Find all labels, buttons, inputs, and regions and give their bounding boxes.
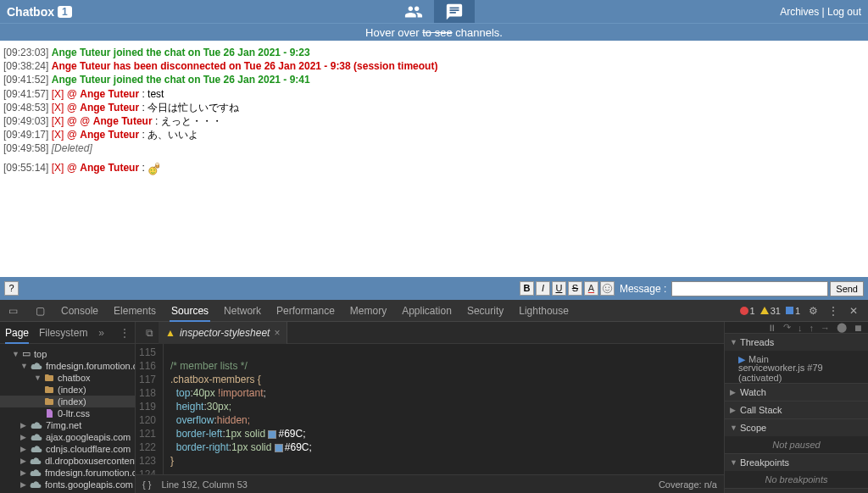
delete-message-button[interactable]: [X] (52, 129, 64, 141)
tree-domain[interactable]: ▶fmdesign.forumotion.com (0, 467, 135, 479)
chatbox-title: Chatbox 1 (7, 5, 72, 19)
users-tab-button[interactable] (393, 0, 434, 23)
tab-performance[interactable]: Performance (275, 300, 337, 322)
username-link[interactable]: Ange Tuteur (93, 115, 153, 127)
archives-link[interactable]: Archives (780, 6, 819, 18)
tree-domain[interactable]: ▶fonts.googleapis.com (0, 479, 135, 490)
tree-domain[interactable]: ▶cdnjs.cloudflare.com (0, 443, 135, 455)
file-tree[interactable]: ▼▭ top ▼fmdesign.forumotion.com ▼chatbox… (0, 344, 135, 493)
svg-rect-4 (156, 163, 159, 164)
chat-tab-button[interactable] (434, 0, 475, 23)
editor-status-bar: { } Line 192, Column 53 Coverage: n/a (136, 474, 724, 493)
underline-button[interactable]: U (552, 281, 566, 296)
deactivate-bp-icon[interactable]: ⬤ (837, 322, 847, 333)
step-out-icon[interactable]: ↑ (810, 323, 815, 333)
italic-button[interactable]: I (536, 281, 550, 296)
logout-link[interactable]: Log out (827, 6, 861, 18)
threads-pane-header[interactable]: ▼Threads (725, 334, 868, 351)
source-file-tab[interactable]: ▲ inspector-stylesheet × (159, 322, 287, 344)
warning-icon (760, 307, 769, 314)
tab-security[interactable]: Security (465, 300, 505, 322)
members-bar[interactable]: Hover over to see channels. (0, 23, 868, 41)
nav-tab-filesystem[interactable]: Filesystem (39, 322, 87, 344)
inspect-icon[interactable]: ▭ (5, 303, 20, 319)
tree-file-selected[interactable]: (index) (0, 396, 135, 407)
chat-message-line: [09:41:57] [X] @ Ange Tuteur : test (3, 87, 865, 101)
chat-icon (445, 3, 464, 21)
chat-message-line: [09:55:14] [X] @ Ange Tuteur : (3, 161, 865, 176)
tab-sources[interactable]: Sources (170, 300, 210, 322)
nav-tab-page[interactable]: Page (5, 322, 29, 344)
system-disconnect-line: [09:38:24] Ange Tuteur has been disconne… (3, 59, 865, 73)
bold-button[interactable]: B (520, 281, 534, 296)
tree-domain[interactable]: ▶dl.dropboxusercontent.com (0, 455, 135, 467)
tab-console[interactable]: Console (59, 300, 100, 322)
step-into-icon[interactable]: ↓ (798, 323, 803, 333)
tab-lighthouse[interactable]: Lighthouse (517, 300, 570, 322)
watch-pane-header[interactable]: ▶Watch (725, 384, 868, 401)
delete-message-button[interactable]: [X] (52, 102, 64, 114)
sources-navigator: Page Filesystem » ⋮ ▼▭ top ▼fmdesign.for… (0, 322, 136, 493)
format-icon[interactable]: { } (142, 479, 151, 490)
chat-message-line: [09:49:03] [X] @ @ Ange Tuteur : えっと・・・ (3, 114, 865, 128)
chatbox-header: Chatbox 1 Archives | Log out (0, 0, 868, 23)
username-link[interactable]: Ange Tuteur (80, 102, 139, 114)
devtools: ▭ ▢ Console Elements Sources Network Per… (0, 300, 868, 493)
chat-log[interactable]: [09:23:03] Ange Tuteur joined the chat o… (0, 41, 868, 277)
step-over-icon[interactable]: ↷ (783, 322, 791, 333)
pause-on-exc-icon[interactable]: ⏹ (854, 323, 863, 333)
nav-more-icon[interactable]: » (98, 327, 104, 339)
tree-domain[interactable]: ▶ajax.googleapis.com (0, 431, 135, 443)
help-button[interactable]: ? (4, 281, 19, 296)
breakpoints-pane-header[interactable]: ▼Breakpoints (725, 454, 868, 471)
color-button[interactable]: A (584, 281, 598, 296)
not-paused-text: Not paused (725, 436, 868, 453)
delete-message-button[interactable]: [X] (52, 162, 64, 174)
pause-icon[interactable]: ⏸ (767, 323, 776, 333)
device-toggle-icon[interactable]: ▢ (32, 303, 47, 319)
code-lines[interactable]: /* member lists */ .chatbox-members { to… (164, 344, 367, 474)
delete-message-button[interactable]: [X] (52, 115, 64, 127)
username-link[interactable]: Ange Tuteur (80, 162, 139, 174)
tree-folder[interactable]: ▼chatbox (0, 372, 135, 384)
thread-sw[interactable]: serviceworker.js #79 (activated) (738, 366, 863, 379)
message-input[interactable] (671, 281, 828, 296)
error-icon (740, 307, 748, 315)
cloud-icon (31, 362, 42, 370)
close-devtools-icon[interactable]: ✕ (846, 303, 861, 319)
tree-top[interactable]: ▼▭ top (0, 347, 135, 360)
settings-icon[interactable]: ⚙ (805, 303, 821, 319)
tab-application[interactable]: Application (400, 300, 453, 322)
callstack-pane-header[interactable]: ▶Call Stack (725, 402, 868, 418)
tree-domain[interactable]: ▶7img.net (0, 419, 135, 431)
strike-button[interactable]: S (568, 281, 582, 296)
tree-domain[interactable]: ▼fmdesign.forumotion.com (0, 360, 135, 372)
nav-arrows-icon[interactable]: ⧉ (141, 327, 159, 339)
folder-icon (44, 373, 54, 383)
scope-pane-header[interactable]: ▼Scope (725, 419, 868, 436)
close-tab-icon[interactable]: × (274, 322, 280, 344)
code-editor[interactable]: 1151161171181191201211221231241251261271… (136, 344, 724, 474)
nav-kebab-icon[interactable]: ⋮ (120, 327, 130, 339)
username-link[interactable]: Ange Tuteur (80, 129, 139, 141)
tab-network[interactable]: Network (222, 300, 263, 322)
tree-file[interactable]: (index) (0, 384, 135, 396)
send-button[interactable]: Send (830, 281, 864, 296)
error-count[interactable]: 1 (740, 306, 755, 316)
tab-elements[interactable]: Elements (112, 300, 158, 322)
step-icon[interactable]: → (821, 323, 830, 333)
delete-message-button[interactable]: [X] (52, 88, 64, 100)
tree-file[interactable]: 0-ltr.css (0, 407, 135, 419)
info-count[interactable]: 1 (786, 306, 800, 316)
username-link[interactable]: Ange Tuteur (80, 88, 139, 100)
format-toolbar: B I U S A Message : Send (520, 281, 864, 296)
more-icon[interactable]: ⋮ (826, 303, 841, 319)
system-join-line: [09:23:03] Ange Tuteur joined the chat o… (3, 46, 865, 59)
warning-count[interactable]: 31 (760, 306, 781, 316)
xhr-bp-pane-header[interactable]: ▶XHR/fetch Breakpoints (725, 489, 868, 493)
debugger-pane: ⏸ ↷ ↓ ↑ → ⬤ ⏹ ▼Threads ▶Main servicework… (724, 322, 868, 493)
smiley-icon (602, 283, 613, 294)
info-icon (786, 307, 793, 314)
emoji-button[interactable] (600, 281, 615, 296)
tab-memory[interactable]: Memory (348, 300, 388, 322)
